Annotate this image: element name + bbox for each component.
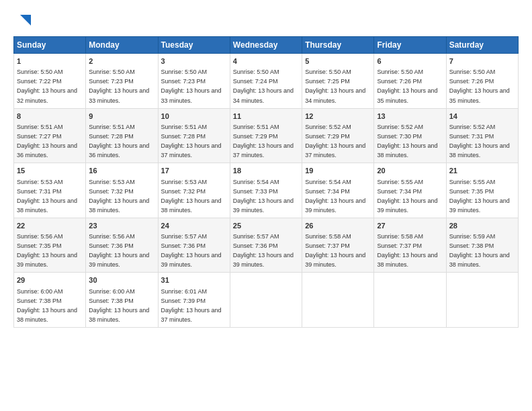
day-number: 19 [305, 166, 371, 176]
cell-content: Sunrise: 6:00 AMSunset: 7:38 PMDaylight:… [89, 288, 149, 323]
day-number: 1 [17, 56, 83, 66]
cell-content: Sunrise: 5:50 AMSunset: 7:22 PMDaylight:… [17, 68, 77, 103]
cell-content: Sunrise: 5:53 AMSunset: 7:31 PMDaylight:… [17, 179, 77, 214]
calendar-cell: 31Sunrise: 6:01 AMSunset: 7:39 PMDayligh… [158, 273, 230, 328]
day-number: 20 [377, 166, 443, 176]
calendar-cell: 12Sunrise: 5:52 AMSunset: 7:29 PMDayligh… [302, 108, 374, 163]
calendar-cell: 3Sunrise: 5:50 AMSunset: 7:23 PMDaylight… [158, 54, 230, 109]
cell-content: Sunrise: 5:50 AMSunset: 7:26 PMDaylight:… [377, 68, 437, 103]
calendar-cell: 26Sunrise: 5:58 AMSunset: 7:37 PMDayligh… [302, 218, 374, 273]
calendar-cell: 6Sunrise: 5:50 AMSunset: 7:26 PMDaylight… [374, 54, 446, 109]
day-number: 27 [377, 221, 443, 231]
cell-content: Sunrise: 5:57 AMSunset: 7:36 PMDaylight:… [161, 233, 222, 268]
calendar-header-row: SundayMondayTuesdayWednesdayThursdayFrid… [14, 37, 519, 54]
cell-content: Sunrise: 5:50 AMSunset: 7:25 PMDaylight:… [305, 68, 365, 103]
logo-triangle-icon [17, 12, 32, 30]
cell-content: Sunrise: 5:57 AMSunset: 7:36 PMDaylight:… [233, 233, 294, 268]
calendar-cell: 27Sunrise: 5:58 AMSunset: 7:37 PMDayligh… [374, 218, 446, 273]
day-number: 17 [161, 166, 227, 176]
cell-content: Sunrise: 5:52 AMSunset: 7:29 PMDaylight:… [305, 124, 365, 158]
cell-content: Sunrise: 5:56 AMSunset: 7:36 PMDaylight:… [89, 233, 149, 268]
cell-content: Sunrise: 5:56 AMSunset: 7:35 PMDaylight:… [17, 233, 77, 268]
day-number: 30 [89, 275, 154, 285]
calendar-week-row: 8Sunrise: 5:51 AMSunset: 7:27 PMDaylight… [14, 108, 519, 163]
cell-content: Sunrise: 5:51 AMSunset: 7:28 PMDaylight:… [89, 124, 149, 158]
calendar-cell: 15Sunrise: 5:53 AMSunset: 7:31 PMDayligh… [14, 163, 86, 218]
day-number: 4 [233, 56, 299, 66]
header-sunday: Sunday [14, 37, 86, 54]
day-number: 7 [449, 56, 515, 66]
svg-marker-0 [20, 15, 31, 26]
day-number: 12 [305, 111, 371, 122]
calendar-cell: 13Sunrise: 5:52 AMSunset: 7:30 PMDayligh… [374, 108, 446, 163]
calendar-cell: 18Sunrise: 5:54 AMSunset: 7:33 PMDayligh… [230, 163, 302, 218]
calendar-cell [230, 273, 302, 328]
day-number: 22 [17, 221, 83, 231]
cell-content: Sunrise: 5:51 AMSunset: 7:28 PMDaylight:… [161, 124, 222, 158]
day-number: 8 [17, 111, 83, 122]
calendar-cell: 1Sunrise: 5:50 AMSunset: 7:22 PMDaylight… [14, 54, 86, 109]
cell-content: Sunrise: 5:50 AMSunset: 7:23 PMDaylight:… [89, 68, 149, 103]
cell-content: Sunrise: 5:53 AMSunset: 7:32 PMDaylight:… [89, 179, 149, 214]
day-number: 3 [161, 56, 227, 66]
cell-content: Sunrise: 5:58 AMSunset: 7:37 PMDaylight:… [305, 233, 365, 268]
calendar-cell: 20Sunrise: 5:55 AMSunset: 7:34 PMDayligh… [374, 163, 446, 218]
calendar-cell: 25Sunrise: 5:57 AMSunset: 7:36 PMDayligh… [230, 218, 302, 273]
cell-content: Sunrise: 5:58 AMSunset: 7:37 PMDaylight:… [377, 233, 437, 268]
calendar-cell: 16Sunrise: 5:53 AMSunset: 7:32 PMDayligh… [86, 163, 158, 218]
day-number: 2 [89, 56, 154, 66]
cell-content: Sunrise: 5:51 AMSunset: 7:29 PMDaylight:… [233, 124, 294, 158]
header-saturday: Saturday [446, 37, 518, 54]
cell-content: Sunrise: 5:55 AMSunset: 7:35 PMDaylight:… [449, 179, 510, 214]
calendar-week-row: 15Sunrise: 5:53 AMSunset: 7:31 PMDayligh… [14, 163, 519, 218]
calendar-table: SundayMondayTuesdayWednesdayThursdayFrid… [13, 36, 519, 328]
day-number: 10 [161, 111, 227, 122]
header-friday: Friday [374, 37, 446, 54]
calendar-cell [302, 273, 374, 328]
calendar-cell: 28Sunrise: 5:59 AMSunset: 7:38 PMDayligh… [446, 218, 518, 273]
cell-content: Sunrise: 5:50 AMSunset: 7:23 PMDaylight:… [161, 68, 222, 103]
calendar-week-row: 22Sunrise: 5:56 AMSunset: 7:35 PMDayligh… [14, 218, 519, 273]
day-number: 14 [449, 111, 515, 122]
header [13, 11, 519, 30]
header-monday: Monday [86, 37, 158, 54]
calendar-cell [374, 273, 446, 328]
header-wednesday: Wednesday [230, 37, 302, 54]
cell-content: Sunrise: 6:01 AMSunset: 7:39 PMDaylight:… [161, 288, 222, 323]
calendar-cell: 7Sunrise: 5:50 AMSunset: 7:26 PMDaylight… [446, 54, 518, 109]
calendar-cell: 17Sunrise: 5:53 AMSunset: 7:32 PMDayligh… [158, 163, 230, 218]
cell-content: Sunrise: 5:55 AMSunset: 7:34 PMDaylight:… [377, 179, 437, 214]
day-number: 11 [233, 111, 299, 122]
calendar-cell: 22Sunrise: 5:56 AMSunset: 7:35 PMDayligh… [14, 218, 86, 273]
day-number: 28 [449, 221, 515, 231]
calendar-cell: 10Sunrise: 5:51 AMSunset: 7:28 PMDayligh… [158, 108, 230, 163]
calendar-cell: 8Sunrise: 5:51 AMSunset: 7:27 PMDaylight… [14, 108, 86, 163]
header-thursday: Thursday [302, 37, 374, 54]
day-number: 5 [305, 56, 371, 66]
calendar-cell: 30Sunrise: 6:00 AMSunset: 7:38 PMDayligh… [86, 273, 158, 328]
cell-content: Sunrise: 6:00 AMSunset: 7:38 PMDaylight:… [17, 288, 77, 323]
cell-content: Sunrise: 5:54 AMSunset: 7:34 PMDaylight:… [305, 179, 365, 214]
calendar-cell: 24Sunrise: 5:57 AMSunset: 7:36 PMDayligh… [158, 218, 230, 273]
cell-content: Sunrise: 5:51 AMSunset: 7:27 PMDaylight:… [17, 124, 77, 158]
day-number: 6 [377, 56, 443, 66]
day-number: 21 [449, 166, 515, 176]
calendar-cell: 11Sunrise: 5:51 AMSunset: 7:29 PMDayligh… [230, 108, 302, 163]
cell-content: Sunrise: 5:50 AMSunset: 7:24 PMDaylight:… [233, 68, 294, 103]
day-number: 16 [89, 166, 154, 176]
page: SundayMondayTuesdayWednesdayThursdayFrid… [0, 0, 532, 411]
calendar-cell: 23Sunrise: 5:56 AMSunset: 7:36 PMDayligh… [86, 218, 158, 273]
day-number: 13 [377, 111, 443, 122]
calendar-cell: 29Sunrise: 6:00 AMSunset: 7:38 PMDayligh… [14, 273, 86, 328]
calendar-cell: 9Sunrise: 5:51 AMSunset: 7:28 PMDaylight… [86, 108, 158, 163]
day-number: 25 [233, 221, 299, 231]
day-number: 23 [89, 221, 154, 231]
calendar-cell: 5Sunrise: 5:50 AMSunset: 7:25 PMDaylight… [302, 54, 374, 109]
calendar-week-row: 1Sunrise: 5:50 AMSunset: 7:22 PMDaylight… [14, 54, 519, 109]
cell-content: Sunrise: 5:54 AMSunset: 7:33 PMDaylight:… [233, 179, 294, 214]
day-number: 18 [233, 166, 299, 176]
day-number: 26 [305, 221, 371, 231]
day-number: 31 [161, 275, 227, 285]
day-number: 29 [17, 275, 83, 285]
day-number: 9 [89, 111, 154, 122]
